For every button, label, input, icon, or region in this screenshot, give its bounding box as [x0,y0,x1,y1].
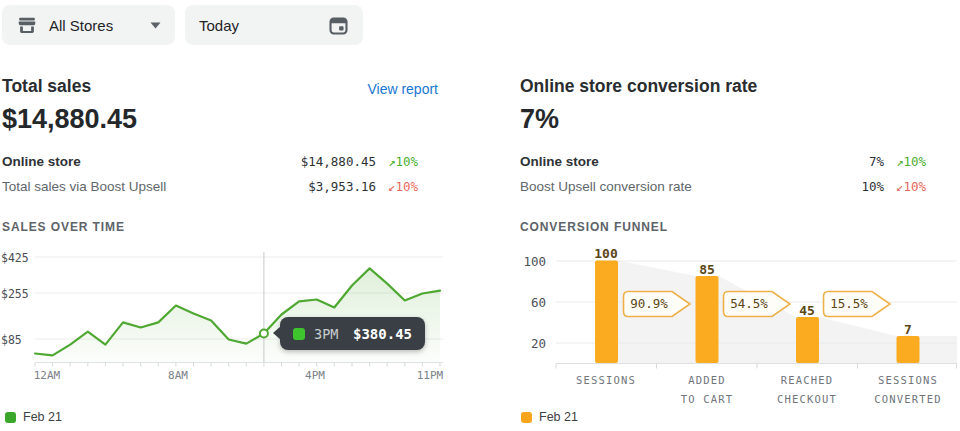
legend-swatch-green [5,412,16,423]
metric-change-up: ↗10% [376,154,438,169]
arrow-down-icon: ↙ [896,179,904,194]
sales-over-time-chart[interactable]: $425 $255 $85 12AM 8AM 4PM 11PM 3PM $380… [0,248,445,373]
metric-change-up: ↗10% [884,154,946,169]
total-sales-title: Total sales [2,76,91,97]
y-axis-tick: 100 [515,254,546,269]
metric-value: 10% [772,179,884,194]
metric-row: Online store $14,880.45 ↗10% [2,154,438,172]
conversion-funnel-heading: CONVERSION FUNNEL [520,220,668,234]
y-axis-tick: $85 [1,333,22,347]
metric-label: Online store [2,154,264,169]
metric-row: Total sales via Boost Upsell $3,953.16 ↙… [2,179,438,197]
bar-value-label: 85 [677,262,737,277]
arrow-up-icon: ↗ [388,154,396,169]
line-chart-canvas [0,248,445,373]
date-selector-button[interactable]: Today [185,5,363,45]
metric-value: $14,880.45 [264,154,376,169]
y-axis-tick: 20 [515,336,546,351]
chart-tooltip: 3PM $380.45 [280,317,425,350]
chevron-down-icon [150,22,161,29]
calendar-icon [328,15,349,36]
sales-legend: Feb 21 [5,410,62,424]
x-axis-tick: 11PM [408,369,452,382]
conversion-funnel-chart[interactable]: 100 60 20 100 85 45 7 90.9% 54.5% 15.5% … [515,248,960,410]
sales-over-time-heading: SALES OVER TIME [2,220,125,234]
store-selector-label: All Stores [49,17,113,34]
x-axis-tick: 12AM [25,369,69,382]
arrow-down-icon: ↙ [388,179,396,194]
legend-label: Feb 21 [23,410,62,424]
legend-swatch-orange [521,412,532,423]
metric-label: Boost Upsell conversion rate [520,179,772,194]
y-axis-tick: $425 [1,251,29,265]
tooltip-time: 3PM [314,326,338,342]
series-color-swatch [293,328,305,340]
metric-label: Online store [520,154,772,169]
conversion-percent-badge: 54.5% [722,290,792,318]
category-label: SESSIONS [843,374,960,386]
bar-value-label: 100 [576,246,636,261]
arrow-up-icon: ↗ [896,154,904,169]
funnel-legend: Feb 21 [521,410,578,424]
category-label: CONVERTED [843,393,960,405]
metric-row: Boost Upsell conversion rate 10% ↙10% [520,179,946,197]
conversion-rate-title: Online store conversion rate [520,76,757,97]
tooltip-value: $380.45 [353,326,412,342]
view-report-link[interactable]: View report [367,81,438,97]
store-selector-button[interactable]: All Stores [2,5,175,45]
store-icon [16,14,38,36]
x-axis-tick: 4PM [293,369,337,382]
y-axis-tick: $255 [1,287,29,301]
metric-change-down: ↙10% [884,179,946,194]
x-axis-tick: 8AM [156,369,200,382]
metric-change-down: ↙10% [376,179,438,194]
analytics-dashboard: All Stores Today Total sales View report… [0,0,960,431]
metric-value: 7% [772,154,884,169]
date-selector-label: Today [199,17,239,34]
metric-value: $3,953.16 [264,179,376,194]
y-axis-tick: 60 [515,295,546,310]
conversion-percent-badge: 90.9% [622,290,692,318]
bar-value-label: 7 [878,322,938,337]
conversion-percent-badge: 15.5% [822,290,892,318]
conversion-rate-value: 7% [520,104,559,135]
metric-label: Total sales via Boost Upsell [2,179,264,194]
legend-label: Feb 21 [539,410,578,424]
total-sales-value: $14,880.45 [2,104,137,135]
metric-row: Online store 7% ↗10% [520,154,946,172]
